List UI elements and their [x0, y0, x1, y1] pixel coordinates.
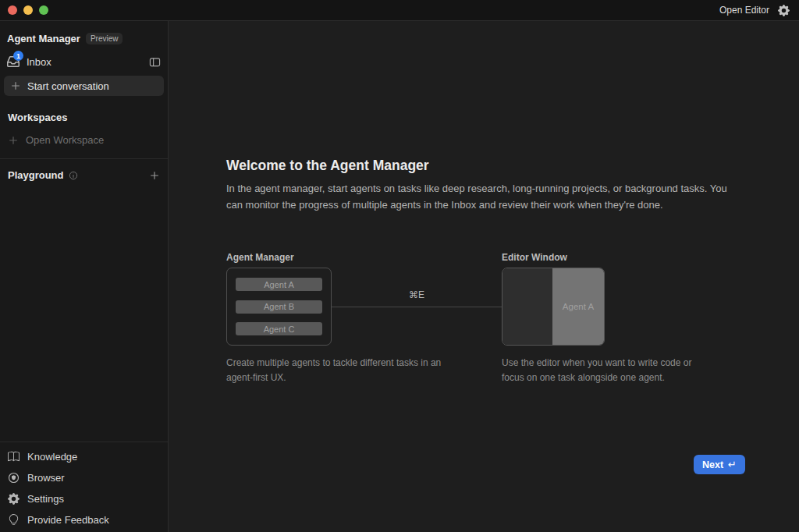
sidebar-item-inbox[interactable]: 1 Inbox — [0, 52, 168, 71]
playground-label: Playground — [8, 169, 64, 181]
zoom-window-button[interactable] — [39, 5, 48, 15]
sidebar-item-settings[interactable]: Settings — [0, 488, 168, 509]
panel-toggle-icon[interactable] — [149, 56, 161, 68]
minimize-window-button[interactable] — [23, 5, 33, 15]
agent-manager-diagram: Agent Manager Agent A Agent B Agent C ⌘E… — [226, 252, 741, 346]
agent-bar: Agent A — [236, 278, 322, 291]
editor-agent-pane: Agent A — [552, 268, 604, 345]
inbox-unread-badge: 1 — [13, 51, 23, 61]
browser-icon — [8, 472, 20, 484]
start-conversation-button[interactable]: Start conversation — [4, 76, 164, 96]
agent-bar: Agent C — [236, 322, 322, 335]
info-icon — [69, 171, 78, 180]
book-icon — [8, 451, 20, 463]
connector-line — [332, 307, 502, 307]
app-window: Open Editor Agent Manager Preview 1 Inbo… — [0, 0, 799, 532]
agent-manager-figure-label: Agent Manager — [226, 252, 294, 263]
gear-icon[interactable] — [778, 5, 790, 16]
page-title: Welcome to the Agent Manager — [226, 158, 741, 174]
next-button[interactable]: Next ↵ — [694, 455, 745, 474]
sidebar-item-playground[interactable]: Playground — [0, 159, 168, 191]
knowledge-label: Knowledge — [27, 451, 77, 463]
settings-label: Settings — [27, 493, 64, 505]
open-editor-button[interactable]: Open Editor — [719, 5, 769, 16]
titlebar: Open Editor — [0, 0, 799, 21]
gear-icon — [8, 493, 20, 505]
workspaces-header: Workspaces — [0, 112, 168, 123]
sidebar-title: Agent Manager — [7, 33, 80, 44]
main-panel: Welcome to the Agent Manager In the agen… — [169, 21, 799, 532]
agent-manager-box: Agent A Agent B Agent C — [226, 268, 332, 346]
inbox-label: Inbox — [27, 56, 51, 68]
open-workspace-button[interactable]: Open Workspace — [0, 134, 168, 146]
sidebar: Agent Manager Preview 1 Inbox — [0, 21, 169, 532]
editor-sidebar-pane — [502, 268, 552, 345]
sidebar-item-provide-feedback[interactable]: Provide Feedback — [0, 509, 168, 530]
preview-badge: Preview — [86, 33, 123, 44]
return-key-icon: ↵ — [728, 459, 737, 470]
agent-manager-caption: Create multiple agents to tackle differe… — [226, 356, 460, 385]
editor-window-figure-label: Editor Window — [502, 252, 567, 263]
close-window-button[interactable] — [8, 5, 17, 15]
browser-label: Browser — [27, 472, 65, 484]
next-button-label: Next — [702, 459, 723, 470]
page-description: In the agent manager, start agents on ta… — [226, 181, 733, 213]
shortcut-label: ⌘E — [332, 289, 502, 300]
sidebar-item-knowledge[interactable]: Knowledge — [0, 446, 168, 467]
start-conversation-label: Start conversation — [27, 80, 109, 92]
window-controls — [8, 5, 48, 15]
editor-window-box: Agent A — [502, 268, 605, 346]
plus-icon — [8, 135, 19, 146]
lightbulb-icon — [8, 514, 20, 526]
add-playground-icon[interactable] — [149, 170, 160, 181]
sidebar-footer: Knowledge Browser Settings — [0, 442, 168, 532]
agent-bar: Agent B — [236, 300, 322, 314]
plus-icon — [10, 80, 21, 91]
provide-feedback-label: Provide Feedback — [27, 514, 109, 526]
sidebar-item-browser[interactable]: Browser — [0, 467, 168, 488]
open-workspace-label: Open Workspace — [26, 134, 104, 146]
editor-window-caption: Use the editor when you want to write co… — [502, 356, 714, 385]
